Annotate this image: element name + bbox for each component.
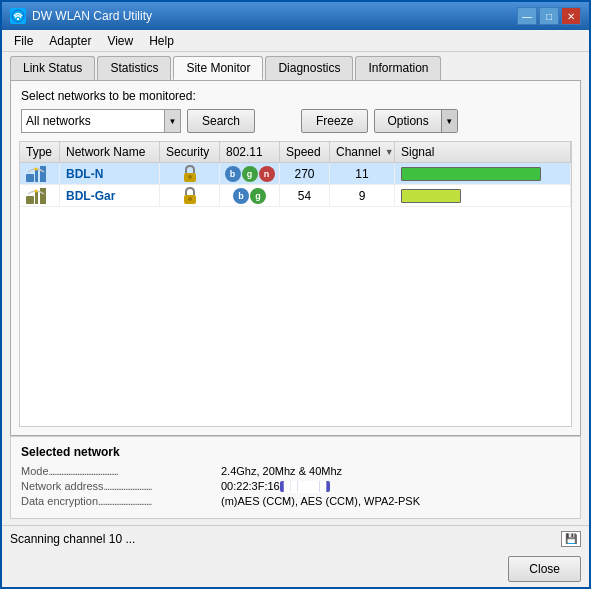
table-row[interactable]: BDL-N b (20, 163, 571, 185)
svg-point-11 (188, 197, 192, 201)
info-address-value: 00:22:3F:16██████ (221, 480, 330, 492)
selected-network-title: Selected network (21, 445, 570, 459)
table-header: Type Network Name Security 802.11 Speed … (20, 142, 571, 163)
info-address-row: Network address.........................… (21, 480, 570, 492)
window-title: DW WLAN Card Utility (32, 9, 517, 23)
main-window: DW WLAN Card Utility — □ ✕ File Adapter … (0, 0, 591, 589)
window-close-button[interactable]: ✕ (561, 7, 581, 25)
col-channel[interactable]: Channel ▼ (330, 142, 395, 162)
cell-speed-1: 270 (280, 163, 330, 184)
wifi-ap-icon-1 (26, 166, 46, 182)
info-encryption-label: Data encryption.........................… (21, 495, 221, 507)
monitor-controls: Select networks to be monitored: All net… (11, 81, 580, 141)
col-speed: Speed (280, 142, 330, 162)
menu-file[interactable]: File (6, 32, 41, 50)
dropdown-arrow-icon: ▼ (164, 110, 180, 132)
select-networks-label: Select networks to be monitored: (21, 89, 570, 103)
app-icon (10, 8, 26, 24)
options-button-main[interactable]: Options (375, 110, 440, 132)
svg-point-4 (35, 167, 38, 170)
info-encryption-value: (m)AES (CCM), AES (CCM), WPA2-PSK (221, 495, 420, 507)
freeze-button[interactable]: Freeze (301, 109, 368, 133)
badge-g-2: g (250, 188, 266, 204)
tab-link-status[interactable]: Link Status (10, 56, 95, 80)
table-row[interactable]: BDL-Gar b (20, 185, 571, 207)
network-filter-dropdown[interactable]: All networks ▼ (21, 109, 181, 133)
sort-icon: ▼ (385, 147, 394, 157)
controls-row: All networks ▼ Search Freeze Options ▼ (21, 109, 570, 133)
svg-rect-8 (35, 192, 38, 204)
svg-rect-7 (26, 196, 34, 204)
cell-type-2 (20, 185, 60, 206)
tab-bar: Link Status Statistics Site Monitor Diag… (2, 52, 589, 80)
info-address-label: Network address.........................… (21, 480, 221, 492)
svg-point-6 (188, 175, 192, 179)
svg-point-9 (35, 189, 38, 192)
menu-adapter[interactable]: Adapter (41, 32, 99, 50)
info-mode-value: 2.4Ghz, 20Mhz & 40Mhz (221, 465, 342, 477)
cell-dot11-2: b g (220, 185, 280, 206)
cell-name-1: BDL-N (60, 163, 160, 184)
col-signal: Signal (395, 142, 571, 162)
table-body: BDL-N b (20, 163, 571, 426)
cell-security-1 (160, 163, 220, 184)
network-table: Type Network Name Security 802.11 Speed … (19, 141, 572, 427)
menu-bar: File Adapter View Help (2, 30, 589, 52)
tab-content: Select networks to be monitored: All net… (10, 80, 581, 436)
col-type: Type (20, 142, 60, 162)
badge-b-1: b (225, 166, 241, 182)
badge-n-1: n (259, 166, 275, 182)
col-dot11: 802.11 (220, 142, 280, 162)
cell-channel-1: 11 (330, 163, 395, 184)
maximize-button[interactable]: □ (539, 7, 559, 25)
save-icon[interactable]: 💾 (561, 531, 581, 547)
col-security: Security (160, 142, 220, 162)
cell-speed-2: 54 (280, 185, 330, 206)
cell-signal-2 (395, 185, 571, 206)
minimize-button[interactable]: — (517, 7, 537, 25)
cell-channel-2: 9 (330, 185, 395, 206)
tab-diagnostics[interactable]: Diagnostics (265, 56, 353, 80)
tab-site-monitor[interactable]: Site Monitor (173, 56, 263, 80)
svg-rect-2 (26, 174, 34, 182)
bottom-bar: Close (2, 551, 589, 587)
status-bar: Scanning channel 10 ... 💾 (2, 525, 589, 551)
window-controls: — □ ✕ (517, 7, 581, 25)
status-text: Scanning channel 10 ... (10, 532, 561, 546)
badge-g-1: g (242, 166, 258, 182)
search-button[interactable]: Search (187, 109, 255, 133)
cell-signal-1 (395, 163, 571, 184)
dot11-badges-2: b g (233, 188, 266, 204)
cell-dot11-1: b g n (220, 163, 280, 184)
options-arrow-icon[interactable]: ▼ (441, 110, 457, 132)
close-button[interactable]: Close (508, 556, 581, 582)
tab-statistics[interactable]: Statistics (97, 56, 171, 80)
dot11-badges-1: b g n (225, 166, 275, 182)
menu-view[interactable]: View (99, 32, 141, 50)
badge-b-2: b (233, 188, 249, 204)
cell-name-2: BDL-Gar (60, 185, 160, 206)
info-encryption-row: Data encryption.........................… (21, 495, 570, 507)
menu-help[interactable]: Help (141, 32, 182, 50)
col-name: Network Name (60, 142, 160, 162)
lock-icon-2 (182, 187, 198, 205)
wifi-ap-icon-2 (26, 188, 46, 204)
options-button[interactable]: Options ▼ (374, 109, 457, 133)
title-bar: DW WLAN Card Utility — □ ✕ (2, 2, 589, 30)
lock-icon-1 (182, 165, 198, 183)
svg-rect-3 (35, 170, 38, 182)
svg-point-1 (17, 18, 19, 20)
info-mode-label: Mode....................................… (21, 465, 221, 477)
signal-bar-1 (401, 167, 541, 181)
tab-information[interactable]: Information (355, 56, 441, 80)
info-mode-row: Mode....................................… (21, 465, 570, 477)
network-filter-value: All networks (26, 114, 164, 128)
selected-network-panel: Selected network Mode...................… (10, 436, 581, 519)
signal-bar-2 (401, 189, 461, 203)
cell-security-2 (160, 185, 220, 206)
mac-hidden-badge: ██████ (280, 481, 331, 492)
cell-type-1 (20, 163, 60, 184)
